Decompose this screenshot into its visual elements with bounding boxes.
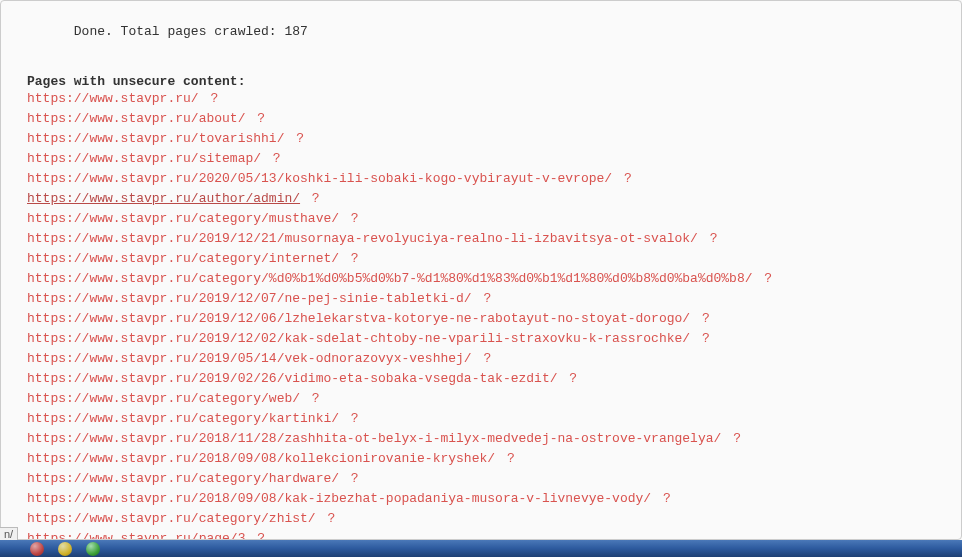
details-toggle[interactable]: ? <box>249 111 265 126</box>
taskbar-app-icon[interactable] <box>86 542 100 556</box>
unsecure-page-link[interactable]: https://www.stavpr.ru/category/hardware/ <box>27 471 339 486</box>
unsecure-page-link[interactable]: https://www.stavpr.ru/ <box>27 91 199 106</box>
details-toggle[interactable]: ? <box>249 531 265 540</box>
unsecure-page-link[interactable]: https://www.stavpr.ru/2019/05/14/vek-odn… <box>27 351 472 366</box>
unsecure-page-link[interactable]: https://www.stavpr.ru/2019/12/21/musorna… <box>27 231 698 246</box>
link-row: https://www.stavpr.ru/sitemap/ ? <box>27 149 949 169</box>
link-row: https://www.stavpr.ru/category/%d0%b1%d0… <box>27 269 949 289</box>
details-toggle[interactable]: ? <box>725 431 741 446</box>
link-row: https://www.stavpr.ru/ ? <box>27 89 949 109</box>
results-panel: Done. Total pages crawled: 187 Pages wit… <box>0 0 962 540</box>
link-row: https://www.stavpr.ru/2019/02/26/vidimo-… <box>27 369 949 389</box>
details-toggle[interactable]: ? <box>304 191 320 206</box>
unsecure-page-link[interactable]: https://www.stavpr.ru/tovarishhi/ <box>27 131 284 146</box>
crawl-status-text: Done. Total pages crawled: <box>74 24 285 39</box>
crawl-count: 187 <box>284 24 307 39</box>
link-row: https://www.stavpr.ru/2018/11/28/zashhit… <box>27 429 949 449</box>
link-row: https://www.stavpr.ru/2019/05/14/vek-odn… <box>27 349 949 369</box>
link-row: https://www.stavpr.ru/page/3 ? <box>27 529 949 540</box>
link-row: https://www.stavpr.ru/2018/09/08/kollekc… <box>27 449 949 469</box>
link-row: https://www.stavpr.ru/2020/05/13/koshki-… <box>27 169 949 189</box>
link-row: https://www.stavpr.ru/category/hardware/… <box>27 469 949 489</box>
crawl-status: Done. Total pages crawled: 187 <box>27 9 949 54</box>
details-toggle[interactable]: ? <box>343 211 359 226</box>
details-toggle[interactable]: ? <box>694 311 710 326</box>
taskbar-app-icon[interactable] <box>58 542 72 556</box>
link-row: https://www.stavpr.ru/category/zhist/ ? <box>27 509 949 529</box>
unsecure-page-link[interactable]: https://www.stavpr.ru/about/ <box>27 111 245 126</box>
unsecure-page-link[interactable]: https://www.stavpr.ru/2018/09/08/kollekc… <box>27 451 495 466</box>
link-row: https://www.stavpr.ru/2019/12/21/musorna… <box>27 229 949 249</box>
link-row: https://www.stavpr.ru/2019/12/02/kak-sde… <box>27 329 949 349</box>
details-toggle[interactable]: ? <box>476 291 492 306</box>
details-toggle[interactable]: ? <box>499 451 515 466</box>
unsecure-page-link[interactable]: https://www.stavpr.ru/author/admin/ <box>27 191 300 206</box>
unsecure-page-link[interactable]: https://www.stavpr.ru/category/kartinki/ <box>27 411 339 426</box>
unsecure-page-link[interactable]: https://www.stavpr.ru/2019/12/02/kak-sde… <box>27 331 690 346</box>
link-row: https://www.stavpr.ru/tovarishhi/ ? <box>27 129 949 149</box>
details-toggle[interactable]: ? <box>476 351 492 366</box>
unsecure-page-link[interactable]: https://www.stavpr.ru/sitemap/ <box>27 151 261 166</box>
details-toggle[interactable]: ? <box>562 371 578 386</box>
details-toggle[interactable]: ? <box>288 131 304 146</box>
unsecure-page-link[interactable]: https://www.stavpr.ru/category/zhist/ <box>27 511 316 526</box>
section-header: Pages with unsecure content: <box>27 74 949 89</box>
unsecure-page-link[interactable]: https://www.stavpr.ru/category/%d0%b1%d0… <box>27 271 753 286</box>
link-row: https://www.stavpr.ru/2018/09/08/kak-izb… <box>27 489 949 509</box>
details-toggle[interactable]: ? <box>320 511 336 526</box>
unsecure-page-link[interactable]: https://www.stavpr.ru/category/web/ <box>27 391 300 406</box>
link-row: https://www.stavpr.ru/2019/12/07/ne-pej-… <box>27 289 949 309</box>
details-toggle[interactable]: ? <box>343 411 359 426</box>
taskbar-app-icon[interactable] <box>30 542 44 556</box>
unsecure-page-link[interactable]: https://www.stavpr.ru/category/internet/ <box>27 251 339 266</box>
unsecure-page-link[interactable]: https://www.stavpr.ru/2019/12/07/ne-pej-… <box>27 291 472 306</box>
unsecure-page-link[interactable]: https://www.stavpr.ru/category/musthave/ <box>27 211 339 226</box>
unsecure-page-link[interactable]: https://www.stavpr.ru/2019/12/06/lzhelek… <box>27 311 690 326</box>
taskbar <box>0 540 962 557</box>
details-toggle[interactable]: ? <box>655 491 671 506</box>
status-bar-hover: n/ <box>0 527 18 540</box>
details-toggle[interactable]: ? <box>203 91 219 106</box>
link-list: https://www.stavpr.ru/ ?https://www.stav… <box>27 89 949 540</box>
details-toggle[interactable]: ? <box>616 171 632 186</box>
details-toggle[interactable]: ? <box>265 151 281 166</box>
link-row: https://www.stavpr.ru/category/kartinki/… <box>27 409 949 429</box>
unsecure-page-link[interactable]: https://www.stavpr.ru/2019/02/26/vidimo-… <box>27 371 558 386</box>
link-row: https://www.stavpr.ru/category/web/ ? <box>27 389 949 409</box>
unsecure-page-link[interactable]: https://www.stavpr.ru/2020/05/13/koshki-… <box>27 171 612 186</box>
link-row: https://www.stavpr.ru/2019/12/06/lzhelek… <box>27 309 949 329</box>
details-toggle[interactable]: ? <box>343 471 359 486</box>
details-toggle[interactable]: ? <box>343 251 359 266</box>
link-row: https://www.stavpr.ru/category/musthave/… <box>27 209 949 229</box>
link-row: https://www.stavpr.ru/author/admin/ ? <box>27 189 949 209</box>
unsecure-page-link[interactable]: https://www.stavpr.ru/page/3 <box>27 531 245 540</box>
link-row: https://www.stavpr.ru/about/ ? <box>27 109 949 129</box>
link-row: https://www.stavpr.ru/category/internet/… <box>27 249 949 269</box>
details-toggle[interactable]: ? <box>304 391 320 406</box>
unsecure-page-link[interactable]: https://www.stavpr.ru/2018/11/28/zashhit… <box>27 431 721 446</box>
unsecure-page-link[interactable]: https://www.stavpr.ru/2018/09/08/kak-izb… <box>27 491 651 506</box>
details-toggle[interactable]: ? <box>702 231 718 246</box>
details-toggle[interactable]: ? <box>757 271 773 286</box>
details-toggle[interactable]: ? <box>694 331 710 346</box>
